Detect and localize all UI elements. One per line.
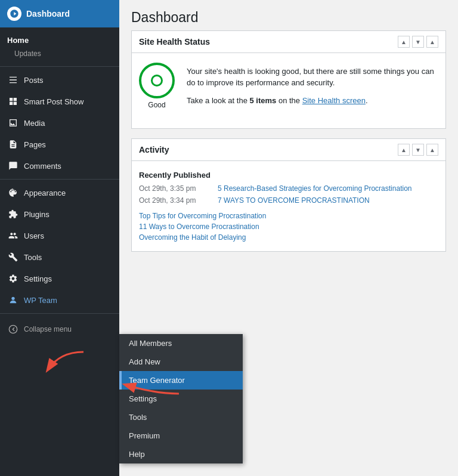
activity-header: Activity ▲ ▼ ▲ xyxy=(132,139,445,161)
site-health-link[interactable]: Site Health screen xyxy=(302,96,366,105)
health-desc-text: Your site's health is looking good, but … xyxy=(187,66,438,89)
widget-controls: ▲ ▼ ▲ xyxy=(398,36,438,48)
activity-date-1: Oct 29th, 3:34 pm xyxy=(139,196,211,205)
sidebar-updates[interactable]: Updates xyxy=(0,47,119,60)
wp-team-icon xyxy=(7,294,19,306)
appearance-icon xyxy=(7,187,19,199)
widget-collapse-btn[interactable]: ▲ xyxy=(398,36,410,48)
submenu-popup: All Members Add New Team Generator Setti… xyxy=(119,334,243,463)
comment-link-0[interactable]: Top Tips for Overcoming Procrastination xyxy=(139,212,438,220)
activity-date-0: Oct 29th, 3:35 pm xyxy=(139,184,211,193)
submenu-settings[interactable]: Settings xyxy=(119,390,243,408)
submenu-premium[interactable]: Premium xyxy=(119,426,243,445)
sidebar-collapse[interactable]: Collapse menu xyxy=(0,319,119,340)
widget-move-btn[interactable]: ▲ xyxy=(426,36,438,48)
comments-icon xyxy=(7,160,19,172)
sidebar-settings-label: Settings xyxy=(24,274,52,283)
recently-commented-section: Top Tips for Overcoming Procrastination … xyxy=(139,212,438,242)
sidebar-users-label: Users xyxy=(24,231,44,240)
health-circle-wrap: Good xyxy=(139,63,175,109)
site-health-body: Good Your site's health is looking good,… xyxy=(132,53,445,128)
comment-link-1[interactable]: 11 Ways to Overcome Procrastination xyxy=(139,222,438,231)
sidebar-title: Dashboard xyxy=(26,9,70,18)
sidebar-comments-label: Comments xyxy=(24,162,61,171)
sidebar-item-wp-team[interactable]: WP Team xyxy=(0,289,119,311)
submenu-tools[interactable]: Tools xyxy=(119,408,243,426)
sidebar-item-plugins[interactable]: Plugins xyxy=(0,203,119,225)
sidebar-home-section: Home Updates xyxy=(0,27,119,64)
health-cta-end: . xyxy=(366,96,368,105)
sidebar-appearance-label: Appearance xyxy=(24,188,66,197)
activity-item-0: Oct 29th, 3:35 pm 5 Research-Based Strat… xyxy=(139,184,438,193)
activity-widget: Activity ▲ ▼ ▲ Recently Published Oct 29… xyxy=(131,138,446,252)
sidebar-plugins-label: Plugins xyxy=(24,210,49,219)
activity-item-1: Oct 29th, 3:34 pm 7 WAYS TO OVERCOME PRO… xyxy=(139,196,438,205)
wp-logo xyxy=(7,7,21,21)
submenu-add-new[interactable]: Add New xyxy=(119,353,243,371)
health-cta: Take a look at the 5 items on the Site H… xyxy=(187,95,438,107)
sidebar-wp-team-label: WP Team xyxy=(24,296,57,305)
submenu-all-members[interactable]: All Members xyxy=(119,334,243,353)
activity-title: Activity xyxy=(139,145,169,154)
sidebar-media-label: Media xyxy=(24,119,45,128)
submenu-help[interactable]: Help xyxy=(119,445,243,463)
sidebar-home[interactable]: Home xyxy=(0,31,119,47)
site-health-title: Site Health Status xyxy=(139,37,210,47)
recently-published-section: Recently Published Oct 29th, 3:35 pm 5 R… xyxy=(139,171,438,205)
pages-icon xyxy=(7,138,19,150)
sidebar-item-smart-post-show[interactable]: Smart Post Show xyxy=(0,91,119,112)
collapse-icon xyxy=(7,323,19,335)
sidebar-item-comments[interactable]: Comments xyxy=(0,155,119,177)
collapse-label: Collapse menu xyxy=(24,325,72,333)
widget-expand-btn[interactable]: ▼ xyxy=(412,36,424,48)
sidebar: Dashboard Home Updates Posts Smart Post … xyxy=(0,0,119,476)
svg-rect-4 xyxy=(14,102,17,105)
posts-icon xyxy=(7,74,19,86)
sidebar-item-media[interactable]: Media xyxy=(0,112,119,134)
recently-published-label: Recently Published xyxy=(139,171,438,180)
health-description: Your site's health is looking good, but … xyxy=(187,66,438,107)
comment-link-2[interactable]: Overcoming the Habit of Delaying xyxy=(139,233,438,242)
sidebar-item-users[interactable]: Users xyxy=(0,225,119,246)
media-icon xyxy=(7,117,19,129)
activity-link-0[interactable]: 5 Research-Based Strategies for Overcomi… xyxy=(218,184,411,193)
sidebar-item-pages[interactable]: Pages xyxy=(0,134,119,155)
settings-icon xyxy=(7,273,19,285)
plugins-icon xyxy=(7,208,19,220)
activity-expand-btn[interactable]: ▼ xyxy=(412,144,424,156)
svg-rect-3 xyxy=(10,102,13,105)
activity-move-btn[interactable]: ▲ xyxy=(426,144,438,156)
site-health-header: Site Health Status ▲ ▼ ▲ xyxy=(132,31,445,53)
activity-widget-controls: ▲ ▼ ▲ xyxy=(398,144,438,156)
svg-rect-2 xyxy=(14,98,17,101)
sidebar-item-posts[interactable]: Posts xyxy=(0,69,119,91)
submenu-team-generator[interactable]: Team Generator xyxy=(119,371,243,390)
svg-rect-1 xyxy=(10,98,13,101)
arrow-wp-team xyxy=(36,346,95,382)
health-cta-text: Take a look at the xyxy=(187,96,250,105)
sidebar-pages-label: Pages xyxy=(24,140,46,149)
health-circle xyxy=(139,63,175,98)
activity-body: Recently Published Oct 29th, 3:35 pm 5 R… xyxy=(132,161,445,251)
activity-link-1[interactable]: 7 WAYS TO OVERCOME PROCRASTINATION xyxy=(218,196,370,205)
sidebar-item-appearance[interactable]: Appearance xyxy=(0,182,119,203)
tools-icon xyxy=(7,251,19,263)
health-inner-circle xyxy=(151,75,163,86)
main-header: Dashboard xyxy=(119,0,458,30)
svg-point-5 xyxy=(11,297,14,300)
sidebar-posts-label: Posts xyxy=(24,76,44,85)
health-status-label: Good xyxy=(148,101,165,109)
sidebar-item-tools[interactable]: Tools xyxy=(0,246,119,268)
health-cta-bold: 5 items xyxy=(250,96,277,105)
smart-post-icon xyxy=(7,95,19,107)
sidebar-header[interactable]: Dashboard xyxy=(0,0,119,27)
sidebar-item-settings[interactable]: Settings xyxy=(0,268,119,289)
sidebar-tools-label: Tools xyxy=(24,253,42,262)
health-row: Good Your site's health is looking good,… xyxy=(139,63,438,109)
activity-collapse-btn[interactable]: ▲ xyxy=(398,144,410,156)
site-health-widget: Site Health Status ▲ ▼ ▲ Good Your site'… xyxy=(131,30,446,129)
health-cta-mid: on the xyxy=(276,96,302,105)
users-icon xyxy=(7,230,19,242)
sidebar-smart-post-label: Smart Post Show xyxy=(24,97,83,106)
page-title: Dashboard xyxy=(131,10,446,26)
